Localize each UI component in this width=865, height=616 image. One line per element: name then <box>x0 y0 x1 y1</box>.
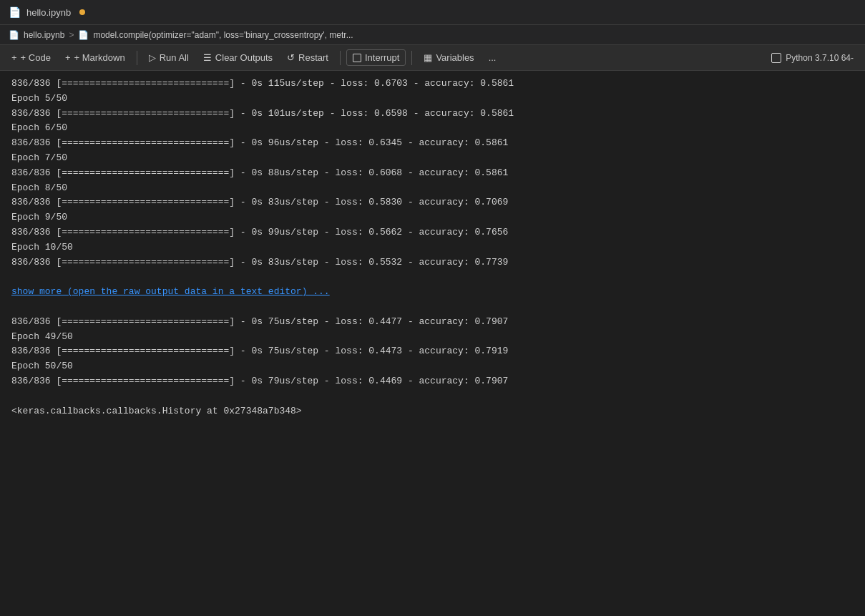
add-code-button[interactable]: + + Code <box>6 49 57 66</box>
output-after-3: Epoch 50/50 <box>11 359 854 374</box>
kernel-label: Python 3.7.10 64- <box>786 53 854 63</box>
plus-icon-2: + <box>65 52 71 63</box>
interrupt-button[interactable]: Interrupt <box>346 49 406 66</box>
variables-button[interactable]: ▦ Variables <box>418 49 479 66</box>
output-area: 836/836 [==============================]… <box>0 71 865 616</box>
more-button[interactable]: ... <box>483 49 502 66</box>
show-more-link[interactable]: show more (open the raw output data in a… <box>11 285 854 300</box>
run-all-button[interactable]: ▷ Run All <box>143 49 195 66</box>
breadcrumb-cell[interactable]: model.compile(optimizer="adam", loss='bi… <box>93 30 353 40</box>
output-line-9: Epoch 9/50 <box>11 210 854 225</box>
add-markdown-label: + Markdown <box>74 52 124 63</box>
output-line-8: 836/836 [==============================]… <box>11 195 854 210</box>
separator-2 <box>340 51 341 65</box>
clear-icon: ☰ <box>203 52 212 63</box>
output-line-5: Epoch 7/50 <box>11 151 854 166</box>
output-line-6: 836/836 [==============================]… <box>11 166 854 181</box>
restart-button[interactable]: ↺ Restart <box>281 49 334 66</box>
more-label: ... <box>489 52 497 63</box>
output-line-4: 836/836 [==============================]… <box>11 136 854 151</box>
toolbar: + + Code + + Markdown ▷ Run All ☰ Clear … <box>0 45 865 71</box>
output-line-12: 836/836 [==============================]… <box>11 255 854 270</box>
file-icon: 📄 <box>9 6 21 19</box>
variables-icon: ▦ <box>424 52 432 63</box>
breadcrumb-cell-icon: 📄 <box>78 30 89 40</box>
kernel-icon <box>771 53 781 63</box>
output-after-0: 836/836 [==============================]… <box>11 315 854 330</box>
modified-dot <box>79 9 85 15</box>
output-after-2: 836/836 [==============================]… <box>11 344 854 359</box>
add-code-label: + Code <box>21 52 51 63</box>
output-after-4: 836/836 [==============================]… <box>11 374 854 389</box>
kernel-info[interactable]: Python 3.7.10 64- <box>766 50 859 66</box>
breadcrumb-file[interactable]: hello.ipynb <box>24 30 64 40</box>
variables-label: Variables <box>436 52 474 63</box>
run-icon: ▷ <box>149 52 156 63</box>
separator-3 <box>411 51 412 65</box>
output-line-7: Epoch 8/50 <box>11 181 854 196</box>
clear-outputs-button[interactable]: ☰ Clear Outputs <box>197 49 278 66</box>
file-icon-small: 📄 <box>9 30 19 40</box>
breadcrumb-sep-1: > <box>69 30 74 40</box>
restart-icon: ↺ <box>287 52 295 63</box>
breadcrumb-bar: 📄 hello.ipynb > 📄 model.compile(optimize… <box>0 25 865 45</box>
restart-label: Restart <box>298 52 328 63</box>
toolbar-right: Python 3.7.10 64- <box>766 50 859 66</box>
output-line-0: 836/836 [==============================]… <box>11 77 854 92</box>
output-after-1: Epoch 49/50 <box>11 330 854 345</box>
output-line-3: Epoch 6/50 <box>11 121 854 136</box>
output-line-2: 836/836 [==============================]… <box>11 107 854 122</box>
title-bar: 📄 hello.ipynb <box>0 0 865 25</box>
plus-icon: + <box>11 52 17 63</box>
clear-outputs-label: Clear Outputs <box>215 52 273 63</box>
output-line-11: Epoch 10/50 <box>11 240 854 255</box>
run-all-label: Run All <box>160 52 189 63</box>
separator-1 <box>137 51 137 65</box>
interrupt-label: Interrupt <box>365 52 399 63</box>
output-line-10: 836/836 [==============================]… <box>11 225 854 240</box>
interrupt-icon <box>353 54 361 62</box>
add-markdown-button[interactable]: + + Markdown <box>59 49 131 66</box>
history-line: <keras.callbacks.callbacks.History at 0x… <box>11 404 854 419</box>
filename: hello.ipynb <box>26 7 71 18</box>
output-line-1: Epoch 5/50 <box>11 92 854 107</box>
